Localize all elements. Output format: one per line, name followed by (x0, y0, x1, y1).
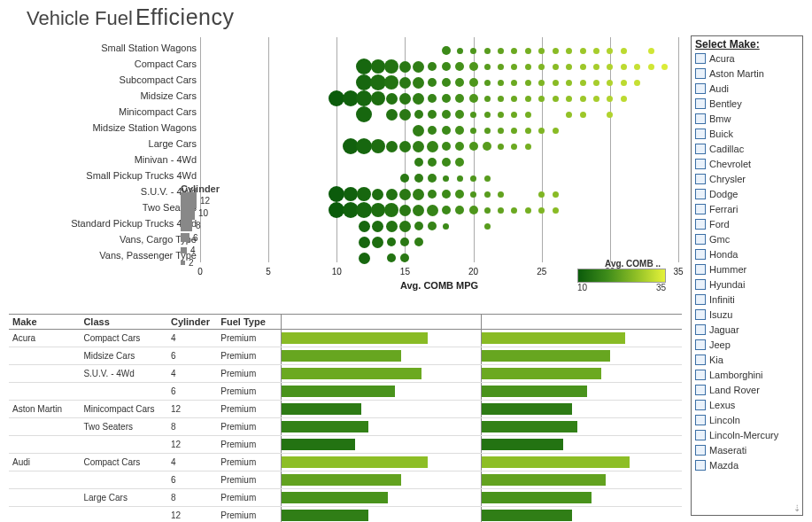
bubble-mark[interactable] (607, 80, 613, 86)
bubble-mark[interactable] (356, 202, 372, 218)
table-row[interactable]: 12Premium (9, 436, 682, 454)
bubble-mark[interactable] (469, 62, 478, 71)
bubble-mark[interactable] (593, 64, 599, 70)
bubble-mark[interactable] (371, 59, 385, 74)
bubble-mark[interactable] (484, 128, 491, 134)
bubble-mark[interactable] (442, 46, 451, 55)
make-option[interactable]: Dodge (692, 186, 802, 201)
bubble-mark[interactable] (566, 48, 572, 54)
bubble-mark[interactable] (413, 93, 424, 105)
checkbox-icon[interactable] (695, 113, 706, 124)
bubble-mark[interactable] (400, 253, 409, 262)
bubble-mark[interactable] (357, 187, 371, 201)
bubble-mark[interactable] (484, 48, 491, 54)
city-mpg-bar[interactable] (282, 510, 368, 521)
city-mpg-bar[interactable] (282, 403, 361, 415)
bubble-mark[interactable] (538, 48, 545, 54)
bubble-mark[interactable] (566, 112, 572, 118)
bubble-mark[interactable] (455, 142, 464, 151)
highway-mpg-bar[interactable] (482, 403, 572, 415)
bubble-mark[interactable] (356, 58, 372, 74)
bubble-mark[interactable] (428, 110, 437, 119)
bubble-mark[interactable] (442, 94, 451, 103)
highway-mpg-bar[interactable] (482, 386, 586, 397)
checkbox-icon[interactable] (695, 234, 706, 245)
bubble-mark[interactable] (580, 64, 586, 70)
bubble-mark[interactable] (538, 207, 545, 214)
checkbox-icon[interactable] (695, 174, 706, 184)
bubble-mark[interactable] (371, 139, 385, 153)
bubble-mark[interactable] (525, 112, 531, 118)
make-option[interactable]: Ford (692, 216, 802, 231)
bubble-mark[interactable] (413, 141, 424, 152)
bubble-mark[interactable] (413, 61, 424, 73)
bubble-mark[interactable] (356, 106, 372, 122)
bubble-mark[interactable] (359, 253, 370, 264)
bubble-mark[interactable] (399, 61, 411, 73)
checkbox-icon[interactable] (695, 68, 706, 79)
bubble-mark[interactable] (428, 94, 437, 103)
bubble-mark[interactable] (525, 80, 531, 86)
bubble-mark[interactable] (498, 144, 504, 150)
bubble-mark[interactable] (455, 94, 464, 103)
bubble-mark[interactable] (359, 237, 370, 248)
bubble-mark[interactable] (386, 189, 398, 200)
bubble-mark[interactable] (399, 221, 411, 232)
make-option[interactable]: Bentley (692, 96, 802, 111)
bubble-mark[interactable] (498, 128, 504, 134)
bubble-mark[interactable] (484, 207, 491, 214)
bubble-mark[interactable] (511, 144, 517, 150)
bubble-mark[interactable] (469, 78, 478, 87)
bubble-mark[interactable] (484, 223, 491, 230)
checkbox-icon[interactable] (695, 53, 706, 64)
bubble-mark[interactable] (511, 112, 517, 118)
make-option[interactable]: Ferrari (692, 201, 802, 216)
bubble-mark[interactable] (442, 158, 451, 167)
make-option[interactable]: Acura (692, 51, 802, 66)
make-option[interactable]: Honda (692, 246, 802, 261)
bubble-mark[interactable] (525, 128, 531, 134)
bubble-mark[interactable] (553, 64, 559, 70)
bubble-mark[interactable] (399, 189, 411, 200)
make-option[interactable]: Chevrolet (692, 156, 802, 171)
bubble-mark[interactable] (538, 128, 545, 134)
bubble-mark[interactable] (511, 128, 517, 134)
bubble-mark[interactable] (498, 48, 504, 54)
column-header[interactable]: Make (9, 315, 80, 330)
table-row[interactable]: Two Seaters8Premium (9, 418, 682, 436)
make-option[interactable]: Lamborghini (692, 367, 802, 382)
bubble-mark[interactable] (455, 78, 464, 87)
bubble-mark[interactable] (399, 93, 411, 105)
table-row[interactable]: Midsize Cars6Premium (9, 347, 682, 365)
table-row[interactable]: AudiCompact Cars4Premium (9, 454, 682, 471)
checkbox-icon[interactable] (695, 144, 706, 154)
make-option[interactable]: Kia (692, 352, 802, 367)
city-mpg-bar[interactable] (282, 368, 421, 379)
bubble-mark[interactable] (538, 64, 545, 70)
bubble-mark[interactable] (484, 191, 491, 198)
bubble-mark[interactable] (469, 94, 478, 103)
bubble-mark[interactable] (455, 110, 464, 119)
bubble-mark[interactable] (553, 80, 559, 86)
highway-mpg-bar[interactable] (482, 421, 576, 432)
bubble-mark[interactable] (428, 190, 437, 199)
bubble-mark[interactable] (455, 206, 464, 214)
bubble-mark[interactable] (469, 206, 478, 214)
bubble-mark[interactable] (370, 74, 386, 90)
bubble-mark[interactable] (428, 174, 437, 183)
bubble-mark[interactable] (413, 189, 424, 200)
make-option[interactable]: Jeep (692, 337, 802, 352)
city-mpg-bar[interactable] (282, 456, 428, 468)
bubble-mark[interactable] (414, 158, 423, 167)
bubble-mark[interactable] (470, 191, 476, 198)
bubble-mark[interactable] (593, 48, 599, 54)
bubble-mark[interactable] (443, 175, 449, 182)
bubble-mark[interactable] (553, 207, 559, 214)
highway-mpg-bar[interactable] (482, 439, 562, 450)
make-option[interactable]: Hummer (692, 261, 802, 277)
checkbox-icon[interactable] (695, 339, 706, 350)
bubble-mark[interactable] (607, 112, 613, 118)
bubble-mark[interactable] (427, 205, 438, 216)
bubble-plot-area[interactable]: 05101520253035Avg. COMB MPG (200, 37, 678, 284)
bubble-mark[interactable] (538, 80, 545, 86)
